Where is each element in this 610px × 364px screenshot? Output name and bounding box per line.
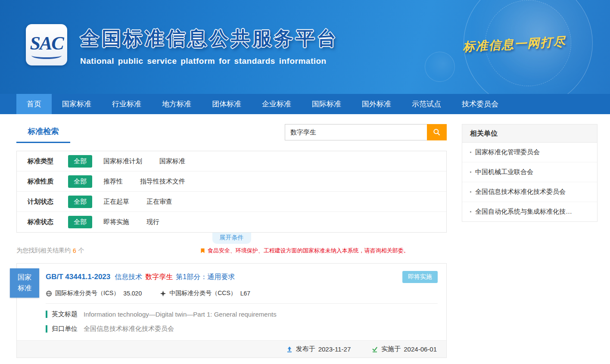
- nav-item-local-standards[interactable]: 地方标准: [152, 94, 202, 114]
- standard-title-highlight[interactable]: 数字孪生: [145, 273, 173, 282]
- search-section: 标准检索: [16, 124, 447, 143]
- implement-label: 实施于: [381, 345, 401, 353]
- expand-conditions-button[interactable]: 展开条件: [212, 233, 251, 244]
- filter-row-type: 标准类型 全部 国家标准计划 国家标准: [17, 151, 446, 171]
- publish-date-item: 发布于 2023-11-27: [286, 345, 351, 353]
- nav-item-technical-committee[interactable]: 技术委员会: [451, 94, 509, 114]
- filter-option[interactable]: 正在起草: [103, 198, 129, 206]
- main-nav: 首页 国家标准 行业标准 地方标准 团体标准 企业标准 国际标准 国外标准 示范…: [0, 94, 610, 114]
- nav-item-foreign-standards[interactable]: 国外标准: [352, 94, 401, 114]
- ccs-label: 中国标准分类号（CCS）: [169, 289, 237, 297]
- filter-box: 标准类型 全部 国家标准计划 国家标准 标准性质 全部 推荐性 指导性技术文件 …: [16, 151, 447, 233]
- site-header: SAC 全国标准信息公共服务平台 National public service…: [0, 0, 610, 94]
- sidebar-item-label: 国家标准化管理委员会: [475, 148, 540, 156]
- standard-title-part[interactable]: 信息技术: [115, 273, 142, 282]
- filter-option[interactable]: 正在审查: [146, 198, 172, 206]
- sac-logo-swoosh: [31, 52, 62, 59]
- standard-code-link[interactable]: GB/T 43441.1-2023: [46, 273, 110, 281]
- filter-row-nature: 标准性质 全部 推荐性 指导性技术文件: [17, 171, 446, 192]
- publish-label: 发布于: [296, 345, 315, 353]
- sidebar-item-machinery[interactable]: 中国机械工业联合会: [462, 162, 597, 182]
- filter-all-button[interactable]: 全部: [68, 216, 92, 228]
- filter-option[interactable]: 即将实施: [103, 218, 129, 226]
- expand-row: 展开条件: [16, 233, 447, 244]
- main-content: 标准检索 标准类型 全部 国家标准计划 国家标准: [0, 114, 610, 358]
- site-titles: 全国标准信息公共服务平台 National public service pla…: [80, 26, 339, 66]
- filter-label: 标准类型: [28, 157, 62, 165]
- site-subtitle: National public service platform for sta…: [80, 56, 339, 66]
- filter-label: 标准状态: [28, 218, 62, 226]
- nav-item-enterprise-standards[interactable]: 企业标准: [252, 94, 302, 114]
- sidebar-item-sac[interactable]: 国家标准化管理委员会: [462, 143, 597, 162]
- flag-icon: [200, 248, 205, 254]
- filter-label: 计划状态: [28, 198, 62, 206]
- filter-all-button[interactable]: 全部: [68, 155, 92, 168]
- ics-item: 国际标准分类号（ICS） 35.020: [46, 289, 142, 297]
- filter-all-button[interactable]: 全部: [68, 175, 92, 188]
- sidebar-item-label: 全国自动化系统与集成标准化技…: [475, 208, 572, 216]
- nav-item-home[interactable]: 首页: [16, 94, 52, 114]
- left-column: 标准检索 标准类型 全部 国家标准计划 国家标准: [16, 124, 447, 358]
- results-summary-suffix: 个: [78, 247, 84, 255]
- standard-title-row: GB/T 43441.1-2023 信息技术 数字孪生 第1部分：通用要求 即将…: [17, 264, 446, 283]
- related-units-panel: 相关单位 国家标准化管理委员会 中国机械工业联合会 全国信息技术标准化技术委员会…: [462, 124, 598, 222]
- notice-text: 食品安全、环境保护、工程建设方面的国家标准未纳入本系统，请咨询相关部委。: [208, 247, 409, 255]
- search-group: [285, 124, 447, 140]
- nav-item-international-standards[interactable]: 国际标准: [302, 94, 352, 114]
- filter-option[interactable]: 国家标准: [159, 157, 185, 165]
- search-input[interactable]: [285, 124, 427, 140]
- results-count: 6: [73, 247, 76, 254]
- english-title-value: Information technology—Digital twin—Part…: [84, 311, 277, 318]
- status-badge: 即将实施: [402, 271, 438, 283]
- badge-line1: 国家: [18, 272, 31, 283]
- ics-value: 35.020: [123, 290, 142, 297]
- implement-date: 2024-06-01: [404, 345, 437, 353]
- teal-bar: [46, 325, 47, 333]
- standard-title-rest[interactable]: 第1部分：通用要求: [176, 273, 235, 282]
- results-summary-prefix: 为您找到相关结果约: [16, 247, 71, 255]
- results-summary-row: 为您找到相关结果约 6 个 食品安全、环境保护、工程建设方面的国家标准未纳入本系…: [16, 247, 447, 255]
- dept-label: 归口单位: [52, 325, 78, 333]
- nav-item-pilot[interactable]: 示范试点: [401, 94, 451, 114]
- filter-all-button[interactable]: 全部: [68, 196, 92, 208]
- nav-item-industry-standards[interactable]: 行业标准: [102, 94, 152, 114]
- right-column: 相关单位 国家标准化管理委员会 中国机械工业联合会 全国信息技术标准化技术委员会…: [462, 124, 598, 358]
- nav-item-group-standards[interactable]: 团体标准: [202, 94, 252, 114]
- badge-line2: 标准: [18, 283, 31, 294]
- nav-item-national-standards[interactable]: 国家标准: [52, 94, 102, 114]
- bullet-dot: [470, 152, 471, 153]
- publish-icon: [286, 346, 293, 353]
- implement-check-icon: [371, 346, 378, 353]
- dept-row: 归口单位 全国信息技术标准化技术委员会: [46, 325, 438, 333]
- related-units-title: 相关单位: [462, 124, 597, 143]
- ics-label: 国际标准分类号（ICS）: [55, 289, 119, 297]
- globe-decoration-small: [425, 52, 455, 82]
- national-standard-badge: 国家 标准: [10, 268, 39, 298]
- bullet-dot: [470, 171, 471, 173]
- filter-option[interactable]: 指导性技术文件: [140, 177, 185, 186]
- tab-standard-search[interactable]: 标准检索: [16, 124, 70, 143]
- dept-value: 全国信息技术标准化技术委员会: [84, 325, 174, 333]
- english-title-label: 英文标题: [52, 310, 78, 318]
- filter-row-plan-status: 计划状态 全部 正在起草 正在审查: [17, 192, 446, 212]
- notice: 食品安全、环境保护、工程建设方面的国家标准未纳入本系统，请咨询相关部委。: [200, 247, 409, 255]
- compass-icon: [160, 290, 166, 297]
- sidebar-item-label: 全国信息技术标准化技术委员会: [475, 188, 566, 196]
- english-title-row: 英文标题 Information technology—Digital twin…: [46, 310, 438, 318]
- search-button[interactable]: [427, 124, 447, 140]
- sac-logo[interactable]: SAC: [26, 24, 67, 65]
- sidebar-item-it-committee[interactable]: 全国信息技术标准化技术委员会: [462, 182, 597, 202]
- filter-option[interactable]: 现行: [146, 218, 159, 226]
- bullet-dot: [470, 211, 471, 212]
- bullet-dot: [470, 191, 471, 193]
- teal-bar: [46, 311, 47, 318]
- filter-option[interactable]: 国家标准计划: [103, 157, 142, 165]
- globe-icon: [46, 290, 52, 297]
- search-icon: [433, 128, 441, 137]
- filter-option[interactable]: 推荐性: [103, 177, 123, 186]
- sidebar-item-label: 中国机械工业联合会: [475, 168, 533, 176]
- publish-date: 2023-11-27: [318, 345, 351, 353]
- filter-label: 标准性质: [28, 177, 62, 186]
- sidebar-item-automation-committee[interactable]: 全国自动化系统与集成标准化技…: [462, 202, 597, 221]
- site-title: 全国标准信息公共服务平台: [80, 26, 339, 51]
